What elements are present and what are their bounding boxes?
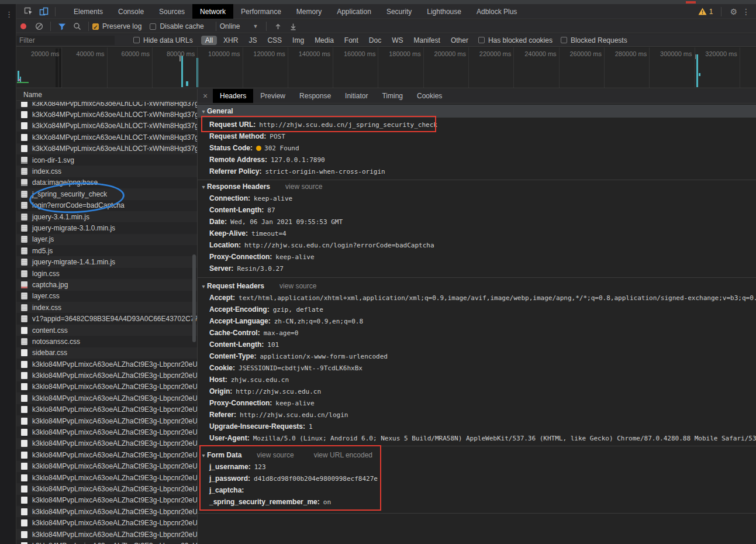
details-tab-headers[interactable]: Headers	[213, 89, 253, 103]
filter-chip-media[interactable]: Media	[310, 36, 338, 45]
tab-elements[interactable]: Elements	[66, 4, 111, 19]
request-row[interactable]: k3kXo84MPvpLmixcA63oeALhLOCT-xWNm8Hqd37g…	[16, 120, 197, 132]
import-har-icon[interactable]	[270, 20, 285, 33]
section-general-header[interactable]: ▾ General	[198, 105, 756, 118]
request-row[interactable]: k3klo84MPvpLmixcA63oeALZhaCt9E3g-Lbpcnr2…	[16, 438, 197, 449]
filter-chip-css[interactable]: CSS	[263, 36, 286, 45]
request-row[interactable]: layer.css	[16, 291, 197, 302]
tab-application[interactable]: Application	[329, 4, 379, 19]
request-row[interactable]: index.css	[16, 302, 197, 313]
console-warning-badge[interactable]: 1	[698, 8, 713, 16]
request-row[interactable]: notosanssc.css	[16, 336, 197, 347]
request-row[interactable]: login.css	[16, 268, 197, 279]
tab-security[interactable]: Security	[379, 4, 419, 19]
request-row[interactable]: data:image/png;base...	[16, 177, 197, 188]
request-row[interactable]: jquery-migrate-1.4.1.min.js	[16, 256, 197, 267]
request-row[interactable]: sidebar.css	[16, 347, 197, 359]
request-row[interactable]: k3klo84MPvpLmixcA63oeALZhaCt9E3g-Lbpcnr2…	[16, 359, 197, 370]
details-tab-cookies[interactable]: Cookies	[410, 89, 449, 103]
request-row[interactable]: k3klo84MPvpLmixcA63oeALZhaCt9E3g-Lbpcnr2…	[16, 495, 197, 506]
clear-network-log-icon[interactable]	[32, 20, 47, 33]
request-row[interactable]: k3klo84MPvpLmixcA63oeALZhaCt9E3g-Lbpcnr2…	[16, 529, 197, 540]
hide-data-urls-checkbox[interactable]	[133, 37, 140, 43]
throttling-select[interactable]: Online ▼	[220, 22, 258, 30]
request-row[interactable]: k3kXo84MPvpLmixcA63oeALhLOCT-xWNm8Hqd37g…	[16, 132, 197, 143]
preserve-log-label[interactable]: Preserve log	[102, 22, 141, 30]
rail-menu-icon[interactable]: ⋮	[5, 10, 13, 19]
request-row[interactable]: layer.js	[16, 234, 197, 245]
request-row[interactable]: captcha.jpg	[16, 279, 197, 290]
search-icon[interactable]	[70, 20, 85, 33]
export-har-icon[interactable]	[285, 20, 301, 33]
details-tab-initiator[interactable]: Initiator	[338, 89, 375, 103]
has-blocked-cookies-label[interactable]: Has blocked cookies	[488, 36, 553, 44]
filter-chip-font[interactable]: Font	[340, 36, 363, 45]
request-row[interactable]: k3klo84MPvpLmixcA63oeALZhaCt9E3g-Lbpcnr2…	[16, 415, 197, 426]
request-row[interactable]: k3klo84MPvpLmixcA63oeALZhaCt9E3g-Lbpcnr2…	[16, 370, 197, 381]
filter-chip-xhr[interactable]: XHR	[219, 36, 242, 45]
view-url-encoded-link[interactable]: view URL encoded	[314, 451, 372, 459]
has-blocked-cookies-checkbox[interactable]	[478, 37, 485, 43]
disable-cache-checkbox[interactable]	[150, 23, 156, 30]
filter-chip-img[interactable]: Img	[288, 36, 308, 45]
more-options-icon[interactable]: ⋮	[742, 7, 750, 16]
request-row[interactable]: content.css	[16, 325, 197, 336]
request-row[interactable]: v1?appid=36482C98B3E94A4D93A0C66E43702C7…	[16, 313, 197, 324]
view-source-link[interactable]: view source	[285, 183, 322, 191]
tab-console[interactable]: Console	[111, 4, 151, 19]
request-row[interactable]: k3klo84MPvpLmixcA63oeALZhaCt9E3g-Lbpcnr2…	[16, 472, 197, 483]
request-row[interactable]: k3klo84MPvpLmixcA63oeALZhaCt9E3g-Lbpcnr2…	[16, 517, 197, 528]
device-toolbar-icon[interactable]	[36, 5, 51, 18]
blocked-requests-checkbox[interactable]	[561, 37, 567, 43]
details-tab-timing[interactable]: Timing	[375, 89, 410, 103]
tab-network[interactable]: Network	[192, 4, 233, 19]
tab-adblock-plus[interactable]: Adblock Plus	[469, 4, 524, 19]
section-response-headers-header[interactable]: ▾ Response Headers view source	[198, 181, 756, 192]
request-row[interactable]: k3klo84MPvpLmixcA63oeALZhaCt9E3g-Lbpcnr2…	[16, 461, 197, 472]
name-column-header[interactable]: Name	[16, 89, 197, 101]
request-row[interactable]: k3klo84MPvpLmixcA63oeALZhaCt9E3g-Lbpcnr2…	[16, 381, 197, 392]
disable-cache-label[interactable]: Disable cache	[160, 22, 203, 30]
filter-chip-all[interactable]: All	[201, 36, 217, 45]
requests-scrollbar-thumb[interactable]	[192, 254, 196, 342]
hide-data-urls-label[interactable]: Hide data URLs	[143, 36, 193, 44]
request-row[interactable]: k3kXo84MPvpLmixcA63oeALhLOCT-xWNm8Hqd37g…	[16, 109, 197, 120]
tab-sources[interactable]: Sources	[151, 4, 192, 19]
request-row[interactable]: k3klo84MPvpLmixcA63oeALZhaCt9E3g-Lbpcnr2…	[16, 506, 197, 517]
request-row[interactable]: jquery-3.4.1.min.js	[16, 211, 197, 222]
request-row[interactable]: jquery-migrate-3.1.0.min.js	[16, 222, 197, 233]
request-row[interactable]: k3kXo84MPvpLmixcA63oeALhLOCT-xWNm8Hqd37g…	[16, 102, 197, 109]
request-row[interactable]: k3klo84MPvpLmixcA63oeALZhaCt9E3g-Lbpcnr2…	[16, 392, 197, 404]
tab-memory[interactable]: Memory	[289, 4, 329, 19]
view-source-link[interactable]: view source	[279, 282, 316, 290]
settings-gear-icon[interactable]: ⚙	[730, 7, 737, 16]
preserve-log-checkbox[interactable]: ✓	[92, 23, 99, 30]
network-overview-timeline[interactable]: 20000 ms40000 ms60000 ms80000 ms100000 m…	[16, 47, 756, 88]
request-row[interactable]: k3klo84MPvpLmixcA63oeALZhaCt9E3g-Lbpcnr2…	[16, 540, 197, 544]
blocked-requests-label[interactable]: Blocked Requests	[571, 36, 627, 44]
request-row[interactable]: md5.js	[16, 245, 197, 256]
record-network-log-button[interactable]	[20, 23, 26, 29]
section-request-headers-header[interactable]: ▾ Request Headers view source	[198, 280, 756, 292]
filter-input[interactable]	[16, 36, 115, 45]
inspect-element-icon[interactable]	[21, 5, 36, 18]
tab-performance[interactable]: Performance	[233, 4, 289, 19]
filter-chip-ws[interactable]: WS	[388, 36, 407, 45]
request-row[interactable]: k3klo84MPvpLmixcA63oeALZhaCt9E3g-Lbpcnr2…	[16, 404, 197, 415]
request-row[interactable]: k3klo84MPvpLmixcA63oeALZhaCt9E3g-Lbpcnr2…	[16, 483, 197, 494]
request-row[interactable]: icon-dir-1.svg	[16, 154, 197, 166]
request-row[interactable]: login?errorCode=badCaptcha	[16, 200, 197, 211]
view-source-link[interactable]: view source	[257, 451, 294, 459]
request-row[interactable]: k3kXo84MPvpLmixcA63oeALhLOCT-xWNm8Hqd37g…	[16, 143, 197, 154]
details-tab-response[interactable]: Response	[292, 89, 338, 103]
tab-lighthouse[interactable]: Lighthouse	[419, 4, 469, 19]
request-row[interactable]: k3klo84MPvpLmixcA63oeALZhaCt9E3g-Lbpcnr2…	[16, 426, 197, 438]
section-form-data-header[interactable]: ▾ Form Data view source view URL encoded	[198, 449, 756, 461]
filter-chip-js[interactable]: JS	[244, 36, 261, 45]
details-tab-preview[interactable]: Preview	[253, 89, 292, 103]
filter-chip-doc[interactable]: Doc	[365, 36, 385, 45]
filter-funnel-icon[interactable]	[54, 20, 70, 33]
request-row[interactable]: k3klo84MPvpLmixcA63oeALZhaCt9E3g-Lbpcnr2…	[16, 449, 197, 460]
close-details-icon[interactable]: ×	[198, 91, 213, 101]
request-row[interactable]: j_spring_security_check	[16, 188, 197, 199]
